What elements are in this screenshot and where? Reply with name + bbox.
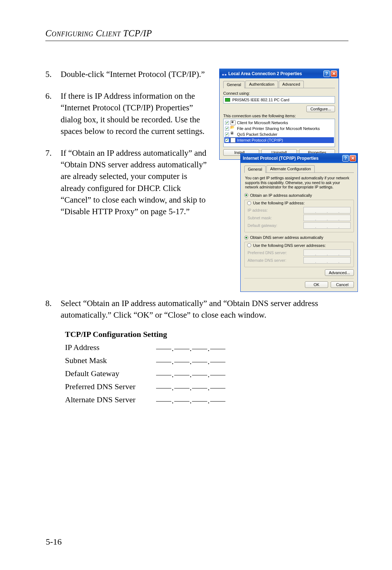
radio-use-ip[interactable]: Use the following IP address:: [246, 201, 306, 205]
radio-use-dns[interactable]: Use the following DNS server addresses:: [246, 243, 327, 248]
checkbox-icon[interactable]: [225, 127, 229, 131]
tcpip-body: General Alternate Configuration You can …: [241, 163, 358, 292]
ip-input: [303, 222, 351, 229]
config-row-pdns: Preferred DNS Server ...: [65, 382, 348, 391]
config-row-ip: IP Address ...: [65, 343, 348, 352]
radio-icon: [244, 193, 248, 197]
config-value: ...: [156, 395, 226, 404]
ip-input: [303, 257, 351, 264]
field-label: Preferred DNS server:: [248, 251, 303, 255]
client-icon: [230, 120, 236, 125]
tcpip-tabs: General Alternate Configuration: [244, 165, 354, 173]
lan-titlebar[interactable]: Local Area Connection 2 Properties ? ✕: [220, 69, 339, 78]
field-pdns: Preferred DNS server:: [248, 249, 351, 256]
step-7: 7. If “Obtain an IP address automaticall…: [61, 147, 213, 217]
share-icon: [230, 126, 236, 131]
step-5: 5. Double-click “Internet Protocol (TCP/…: [61, 69, 213, 80]
radio-label: Use the following DNS server addresses:: [253, 243, 326, 248]
adapter-textbox[interactable]: PRISM25 IEEE 802.11 PC Card: [223, 96, 335, 103]
step-7-number: 7.: [45, 147, 52, 159]
config-table: IP Address ... Subnet Mask ... Default G…: [65, 343, 348, 404]
svg-rect-0: [222, 74, 224, 76]
item-label: QoS Packet Scheduler: [237, 132, 277, 137]
ip-input: [303, 215, 351, 221]
radio-label: Use the following IP address:: [253, 201, 305, 205]
lan-body: General Authentication Advanced Connect …: [220, 78, 339, 159]
network-icon: [222, 71, 227, 76]
step-6-text: If there is IP Address information on th…: [61, 91, 205, 136]
close-button[interactable]: ✕: [350, 155, 356, 162]
items-listbox[interactable]: Client for Microsoft Networks File and P…: [223, 119, 335, 147]
left-column: 5. Double-click “Internet Protocol (TCP/…: [45, 69, 213, 228]
tab-general[interactable]: General: [223, 81, 245, 88]
radio-icon: [244, 236, 248, 240]
help-button[interactable]: ?: [342, 155, 349, 162]
tab-alternate[interactable]: Alternate Configuration: [266, 165, 315, 172]
tab-general[interactable]: General: [244, 166, 266, 173]
step-6-number: 6.: [45, 90, 52, 102]
lan-properties-dialog: Local Area Connection 2 Properties ? ✕ G…: [219, 69, 339, 160]
screenshot-group: Local Area Connection 2 Properties ? ✕ G…: [219, 69, 348, 288]
page-header: Configuring Client TCP/IP: [45, 28, 348, 41]
protocol-icon: [230, 138, 236, 143]
ip-input: [303, 249, 351, 256]
config-value: ...: [156, 382, 226, 391]
list-item-selected[interactable]: Internet Protocol (TCP/IP): [224, 137, 334, 143]
adapter-name: PRISM25 IEEE 802.11 PC Card: [232, 98, 289, 102]
configure-button[interactable]: Configure...: [306, 106, 335, 112]
qos-icon: [230, 132, 236, 137]
config-value: ...: [156, 369, 226, 378]
config-row-subnet: Subnet Mask ...: [65, 356, 348, 365]
page-footer: 5-16: [46, 537, 62, 547]
field-label: Default gateway:: [248, 223, 303, 228]
config-row-adns: Alternate DNS Server ...: [65, 395, 348, 404]
radio-icon: [247, 243, 251, 247]
tcpip-titlebar[interactable]: Internet Protocol (TCP/IP) Properties ? …: [241, 154, 358, 163]
radio-obtain-dns[interactable]: Obtain DNS server address automatically: [244, 235, 323, 240]
step-5-number: 5.: [45, 69, 52, 80]
field-ip: IP address:: [248, 207, 351, 213]
item-label: Internet Protocol (TCP/IP): [237, 138, 283, 142]
advanced-button[interactable]: Advanced...: [325, 269, 354, 276]
step-8-number: 8.: [45, 298, 52, 309]
field-label: IP address:: [248, 208, 303, 212]
step-6: 6. If there is IP Address information on…: [61, 90, 213, 137]
checkbox-icon[interactable]: [225, 138, 229, 142]
list-item[interactable]: Client for Microsoft Networks: [224, 120, 334, 126]
ip-input: [303, 207, 351, 213]
close-button[interactable]: ✕: [331, 70, 337, 77]
step-5-text: Double-click “Internet Protocol (TCP/IP)…: [61, 70, 205, 79]
config-label: Preferred DNS Server: [65, 382, 156, 391]
checkbox-icon[interactable]: [225, 121, 229, 125]
step-8-text: Select “Obtain an IP address automatical…: [61, 299, 318, 319]
cancel-button[interactable]: Cancel: [331, 281, 354, 288]
field-label: Alternate DNS server:: [248, 258, 303, 262]
tab-advanced[interactable]: Advanced: [279, 81, 304, 88]
content-wrap: 5. Double-click “Internet Protocol (TCP/…: [45, 69, 348, 288]
ip-group: Use the following IP address: IP address…: [244, 200, 354, 233]
config-row-gateway: Default Gateway ...: [65, 369, 348, 378]
connect-using-label: Connect using:: [223, 91, 335, 95]
tcpip-description: You can get IP settings assigned automat…: [245, 176, 354, 190]
dns-group: Use the following DNS server addresses: …: [244, 242, 354, 267]
config-value: ...: [156, 356, 226, 365]
config-heading: TCP/IP Configuration Setting: [65, 330, 348, 339]
tab-authentication[interactable]: Authentication: [245, 81, 278, 88]
items-label: This connection uses the following items…: [223, 114, 335, 118]
field-subnet: Subnet mask:: [248, 215, 351, 221]
radio-obtain-ip[interactable]: Obtain an IP address automatically: [244, 193, 312, 198]
radio-label: Obtain DNS server address automatically: [250, 235, 323, 240]
list-item[interactable]: QoS Packet Scheduler: [224, 131, 334, 137]
ok-button[interactable]: OK: [305, 281, 328, 288]
config-label: Alternate DNS Server: [65, 395, 156, 404]
checkbox-icon[interactable]: [225, 133, 229, 137]
config-label: Subnet Mask: [65, 356, 156, 365]
adapter-icon: [225, 98, 230, 102]
field-gateway: Default gateway:: [248, 222, 351, 229]
step-8: 8. Select “Obtain an IP address automati…: [61, 298, 348, 321]
config-label: Default Gateway: [65, 369, 156, 378]
tcpip-title: Internet Protocol (TCP/IP) Properties: [243, 156, 342, 161]
list-item[interactable]: File and Printer Sharing for Microsoft N…: [224, 126, 334, 131]
help-button[interactable]: ?: [323, 70, 330, 77]
lan-title: Local Area Connection 2 Properties: [228, 71, 323, 76]
